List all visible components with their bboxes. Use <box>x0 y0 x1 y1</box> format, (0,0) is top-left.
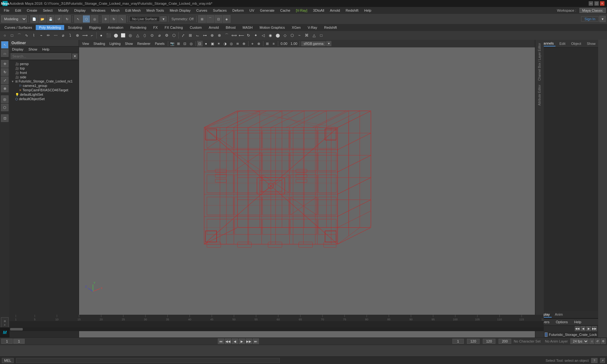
scroll-first-button[interactable]: ◀◀ <box>575 326 580 331</box>
vp-hud-icon[interactable]: ≡ <box>271 41 277 46</box>
tab-rendering[interactable]: Rendering <box>127 25 150 30</box>
vp-gamma-dropdown[interactable]: ▼ <box>326 41 331 46</box>
expand-button[interactable]: ↗ <box>600 358 605 363</box>
timeline-scrollbar-thumb[interactable] <box>10 328 23 331</box>
vp-wireframe-icon[interactable]: ⊡ <box>197 41 203 46</box>
vp-dof-icon[interactable]: ⊕ <box>241 41 247 46</box>
outliner-search-input[interactable] <box>11 53 71 59</box>
tab-vray[interactable]: V-Ray <box>304 25 320 30</box>
scroll-last-button[interactable]: ▶▶ <box>592 326 597 331</box>
menu-display[interactable]: Display <box>72 8 88 13</box>
menu-redshift[interactable]: Redshift <box>343 8 361 13</box>
universal-manip-tool[interactable]: ⊕ <box>1 85 9 92</box>
scale-tool[interactable]: ⤢ <box>1 76 9 84</box>
layer-item[interactable]: V P Futuristic_Storage_Crate_Lock <box>535 332 598 337</box>
menu-curves[interactable]: Curves <box>194 8 210 13</box>
lasso-tool[interactable]: ⌓ <box>1 49 9 57</box>
tree-item-objectset[interactable]: ⬡ defaultObjectSet <box>9 97 79 101</box>
no-live-surface-button[interactable]: No Live Surface <box>129 16 160 22</box>
lasso-select-button[interactable]: ⬡ <box>83 15 90 23</box>
attr-tab-attributes[interactable]: Attribute Editor <box>537 83 542 107</box>
menu-windows[interactable]: Windows <box>89 8 108 13</box>
outliner-show-menu[interactable]: Show <box>26 47 40 52</box>
settings-button[interactable]: ⚙ <box>601 338 606 344</box>
minimize-button[interactable]: ─ <box>589 1 593 6</box>
vp-smooth-icon[interactable]: ● <box>203 41 209 46</box>
tab-edit[interactable]: Edit <box>557 41 567 46</box>
connect-icon[interactable]: ⊶ <box>201 32 208 39</box>
curve-bezier-icon[interactable]: ⌁ <box>38 32 45 39</box>
quadrangulate-icon[interactable]: □ <box>318 32 325 39</box>
menu-mesh-display[interactable]: Mesh Display <box>167 8 193 13</box>
menu-deform[interactable]: Deform <box>230 8 246 13</box>
offset-edge-icon[interactable]: ⟵ <box>238 32 245 39</box>
curve-two-pt-icon[interactable]: ⌀ <box>59 32 66 39</box>
curve-square-icon[interactable]: □ <box>9 32 15 39</box>
sculpt-icon[interactable]: ⌒ <box>223 32 230 39</box>
curve-pencil-icon[interactable]: ✏ <box>45 32 52 39</box>
scroll-next-button[interactable]: ▶ <box>586 326 591 331</box>
tab-object[interactable]: Object <box>569 41 583 46</box>
menu-arnold[interactable]: Arnold <box>328 8 343 13</box>
help-line-button[interactable]: ? <box>591 358 598 363</box>
merge-icon[interactable]: ⊕ <box>209 32 216 39</box>
tab-sculpting[interactable]: Sculpting <box>65 25 85 30</box>
curve-ep-icon[interactable]: ⌇ <box>30 32 37 39</box>
slide-edge-icon[interactable]: ⟺ <box>230 32 237 39</box>
move-tool-button[interactable]: ✛ <box>102 15 109 23</box>
anim-end-input[interactable] <box>483 339 495 344</box>
vp-light-icon[interactable]: ☀ <box>216 41 222 46</box>
vp-layout-icon[interactable]: ⊡ <box>182 41 188 46</box>
vp-ao-icon[interactable]: ◎ <box>229 41 234 46</box>
vp-isolate-icon[interactable]: ◎ <box>188 41 194 46</box>
curve-extend-icon[interactable]: ⟿ <box>81 32 88 39</box>
tree-item-tempcam[interactable]: ✕ TempCamFBXASCD46Target <box>9 88 79 92</box>
tab-custom[interactable]: Custom <box>187 25 205 30</box>
viewport-lighting-menu[interactable]: Lighting <box>107 42 122 46</box>
menu-file[interactable]: File <box>1 8 12 13</box>
loop-button[interactable]: ↺ <box>595 338 600 344</box>
circularize-icon[interactable]: ◉ <box>267 32 274 39</box>
menu-uv[interactable]: UV <box>247 8 257 13</box>
vp-camera-icon[interactable]: 📷 <box>169 41 175 46</box>
new-scene-button[interactable]: 📄 <box>30 15 38 23</box>
rotate-tool-button[interactable]: ↻ <box>110 15 118 23</box>
scroll-prev-button[interactable]: ◀ <box>580 326 586 331</box>
bevel-icon[interactable]: ⌙ <box>194 32 201 39</box>
viewport-view-menu[interactable]: View <box>80 42 91 46</box>
wedge-icon[interactable]: ◁ <box>260 32 267 39</box>
tab-anim[interactable]: Anim <box>553 312 565 318</box>
outliner-help-menu[interactable]: Help <box>40 47 52 52</box>
tab-redshift[interactable]: Redshift <box>321 25 340 30</box>
maximize-button[interactable]: □ <box>594 1 599 6</box>
options-menu[interactable]: Options <box>553 319 570 325</box>
curve-tangent-icon[interactable]: ⤵ <box>67 32 74 39</box>
command-input[interactable] <box>16 358 280 363</box>
save-scene-button[interactable]: 💾 <box>47 15 54 23</box>
sound-button[interactable]: ♫ <box>589 338 594 344</box>
retopo-icon[interactable]: ⬡ <box>289 32 296 39</box>
frame-current-input[interactable] <box>452 339 464 344</box>
poly-plane-icon[interactable]: ⬜ <box>120 32 126 39</box>
curve-fillet-icon[interactable]: ⌐ <box>89 32 95 39</box>
live-surface-dropdown[interactable]: ▼ <box>160 16 167 21</box>
menu-create[interactable]: Create <box>24 8 40 13</box>
extrude-icon[interactable]: ⤤ <box>180 32 187 39</box>
prev-frame-button[interactable]: ◀ <box>232 338 238 344</box>
tab-poly-modeling[interactable]: Poly Modeling <box>36 25 64 30</box>
menu-edit[interactable]: Edit <box>13 8 24 13</box>
open-scene-button[interactable]: 📂 <box>39 15 46 23</box>
curve-cv-icon[interactable]: ∿ <box>23 32 30 39</box>
curve-insert-knot-icon[interactable]: ⊕ <box>74 32 81 39</box>
help-menu[interactable]: Help <box>572 319 584 325</box>
redo-button[interactable]: ↻ <box>63 15 71 23</box>
show-manip-tool[interactable]: ⬡ <box>1 104 9 111</box>
attr-tab-channel-box[interactable]: Channel Box / Layer Editor <box>537 41 542 83</box>
poly-cylinder-icon[interactable]: ⬤ <box>112 32 119 39</box>
tree-item-crate[interactable]: ▼ ⊞ Futuristic_Storage_Crate_Locked_nc1 <box>9 79 79 83</box>
poly-sphere-icon[interactable]: ● <box>98 32 105 39</box>
weld-icon[interactable]: ⊗ <box>216 32 223 39</box>
viewport-renderer-menu[interactable]: Renderer <box>135 42 152 46</box>
sign-in-dropdown[interactable]: ▼ <box>599 16 606 22</box>
menu-generate[interactable]: Generate <box>257 8 277 13</box>
